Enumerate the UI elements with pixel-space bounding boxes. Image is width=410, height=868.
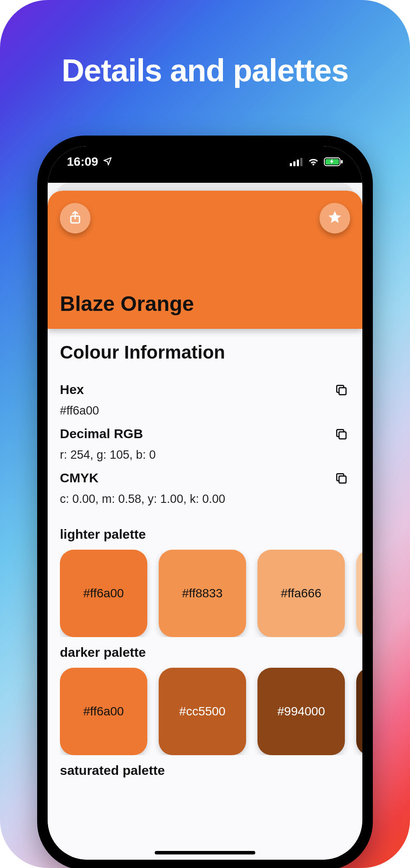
color-swatch[interactable]: # [356, 668, 362, 755]
color-swatch[interactable]: #ffa666 [257, 550, 345, 637]
palette-section: saturated palette [48, 755, 362, 786]
info-label: Hex [60, 382, 84, 397]
copy-icon [334, 471, 348, 487]
palette-section: lighter palette#ff6a00#ff8833#ffa666# [48, 519, 362, 637]
svg-rect-8 [339, 388, 346, 395]
info-row-cmyk: CMYK [60, 471, 350, 488]
status-time: 16:09 [67, 155, 98, 169]
phone-screen: 16:09 [48, 146, 362, 860]
location-icon [103, 155, 112, 169]
phone-inner: 16:09 [48, 146, 362, 860]
palette-label: darker palette [60, 645, 362, 660]
color-swatch[interactable]: #ff6a00 [60, 550, 147, 637]
battery-icon [324, 157, 343, 167]
color-header: Blaze Orange [48, 191, 362, 329]
copy-icon [334, 383, 348, 399]
palette-label: lighter palette [60, 527, 362, 542]
swatch-hex: #ff6a00 [83, 704, 124, 718]
palette-row[interactable]: #ff6a00#ff8833#ffa666# [60, 550, 362, 637]
svg-rect-3 [300, 158, 302, 166]
color-info-section: Colour Information Hex #ff6a00 [48, 329, 362, 519]
status-right [290, 157, 343, 167]
promo-headline: Details and palettes [0, 52, 410, 88]
copy-rgb-button[interactable] [333, 426, 350, 444]
info-section-title: Colour Information [60, 342, 350, 363]
info-value-hex: #ff6a00 [60, 404, 350, 418]
color-swatch[interactable]: #994000 [257, 668, 345, 755]
favorite-button[interactable] [320, 203, 350, 234]
modal-sheet: Blaze Orange Colour Information Hex [48, 191, 362, 860]
promo-card: Details and palettes 16:09 [0, 0, 410, 868]
share-icon [68, 210, 83, 227]
cellular-icon [290, 157, 303, 166]
notch [135, 146, 275, 174]
palette-label: saturated palette [60, 763, 362, 778]
copy-cmyk-button[interactable] [333, 471, 350, 488]
color-swatch[interactable]: #cc5500 [159, 668, 246, 755]
svg-rect-2 [297, 160, 299, 166]
copy-hex-button[interactable] [333, 382, 350, 400]
color-name: Blaze Orange [60, 292, 350, 318]
swatch-hex: #ff6a00 [83, 586, 124, 600]
color-swatch[interactable]: #ff8833 [159, 550, 246, 637]
svg-rect-0 [290, 163, 292, 166]
share-button[interactable] [60, 203, 90, 234]
palette-row[interactable]: #ff6a00#cc5500#994000# [60, 668, 362, 755]
svg-rect-1 [293, 161, 295, 166]
info-row-hex: Hex [60, 382, 350, 400]
star-icon [327, 209, 343, 227]
copy-icon [334, 427, 348, 443]
swatch-hex: #cc5500 [179, 704, 226, 718]
color-swatch[interactable]: # [356, 550, 362, 637]
wifi-icon [307, 157, 320, 166]
palette-section: darker palette#ff6a00#cc5500#994000# [48, 637, 362, 755]
info-value-cmyk: c: 0.00, m: 0.58, y: 1.00, k: 0.00 [60, 492, 350, 506]
svg-rect-10 [339, 476, 346, 483]
swatch-hex: #ffa666 [281, 586, 322, 600]
swatch-hex: #994000 [277, 704, 325, 718]
color-swatch[interactable]: #ff6a00 [60, 668, 147, 755]
info-row-rgb: Decimal RGB [60, 426, 350, 444]
home-indicator[interactable] [155, 851, 255, 854]
info-value-rgb: r: 254, g: 105, b: 0 [60, 448, 350, 462]
status-left: 16:09 [67, 155, 112, 169]
swatch-hex: #ff8833 [182, 586, 223, 600]
svg-rect-9 [339, 432, 346, 439]
phone-frame: 16:09 [37, 136, 373, 868]
info-label: CMYK [60, 471, 98, 485]
info-label: Decimal RGB [60, 426, 143, 441]
content-area: Blaze Orange Colour Information Hex [48, 183, 362, 860]
svg-rect-6 [341, 160, 343, 164]
